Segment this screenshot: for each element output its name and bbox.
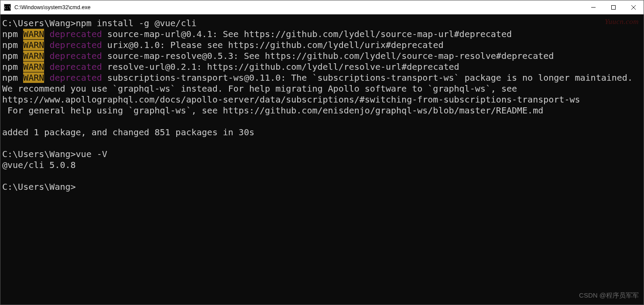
deprecated-label: deprecated — [44, 51, 102, 61]
maximize-button[interactable] — [603, 0, 623, 14]
watermark-bottom-right: CSDN @程序员军军 — [579, 291, 639, 300]
window-controls — [583, 0, 644, 14]
titlebar[interactable]: c:\ C:\Windows\system32\cmd.exe — [0, 0, 644, 14]
deprecated-label: deprecated — [44, 40, 102, 50]
app-window: c:\ C:\Windows\system32\cmd.exe C:\Users… — [0, 0, 644, 305]
warn-line: npm WARN deprecated resolve-url@0.2.1: h… — [2, 62, 642, 72]
deprecated-label: deprecated — [44, 72, 102, 83]
npm-label: npm — [2, 51, 23, 61]
prompt-line: C:\Users\Wang>vue -V — [2, 149, 642, 160]
deprecated-label: deprecated — [44, 62, 102, 72]
terminal-output[interactable]: C:\Users\Wang>npm install -g @vue/clinpm… — [0, 14, 644, 305]
window-title: C:\Windows\system32\cmd.exe — [14, 4, 583, 10]
minimize-icon — [591, 5, 596, 10]
minimize-button[interactable] — [583, 0, 603, 14]
deprecated-label: deprecated — [44, 29, 102, 39]
added-line: added 1 package, and changed 851 package… — [2, 127, 642, 138]
watermark-top-right: Yuucn.com — [605, 17, 639, 26]
close-icon — [631, 5, 636, 10]
warn-tag: WARN — [23, 72, 44, 83]
svg-rect-1 — [612, 5, 616, 9]
maximize-icon — [611, 5, 616, 10]
warn-line: npm WARN deprecated urix@0.1.0: Please s… — [2, 40, 642, 51]
prompt-line: C:\Users\Wang>npm install -g @vue/cli — [2, 18, 642, 29]
prompt-line: C:\Users\Wang> — [2, 182, 642, 192]
npm-label: npm — [2, 40, 23, 50]
warn-tag: WARN — [23, 40, 44, 50]
warn-message: resolve-url@0.2.1: https://github.com/ly… — [102, 62, 459, 72]
blank-line — [2, 138, 642, 149]
warn-message: source-map-resolve@0.5.3: See https://gi… — [102, 51, 554, 61]
blank-line — [2, 171, 642, 182]
npm-label: npm — [2, 72, 23, 83]
warn-message: source-map-url@0.4.1: See https://github… — [102, 29, 512, 39]
warn-line: npm WARN deprecated source-map-url@0.4.1… — [2, 29, 642, 40]
warn-tag: WARN — [23, 29, 44, 39]
warn-tag: WARN — [23, 51, 44, 61]
npm-label: npm — [2, 29, 23, 39]
warn-line: npm WARN deprecated source-map-resolve@0… — [2, 51, 642, 62]
npm-label: npm — [2, 62, 23, 72]
close-button[interactable] — [623, 0, 644, 14]
version-line: @vue/cli 5.0.8 — [2, 160, 642, 171]
warn-tag: WARN — [23, 62, 44, 72]
cmd-icon: c:\ — [4, 4, 11, 11]
warn-message: urix@0.1.0: Please see https://github.co… — [102, 40, 444, 50]
warn-line: npm WARN deprecated subscriptions-transp… — [2, 72, 642, 116]
blank-line — [2, 116, 642, 127]
